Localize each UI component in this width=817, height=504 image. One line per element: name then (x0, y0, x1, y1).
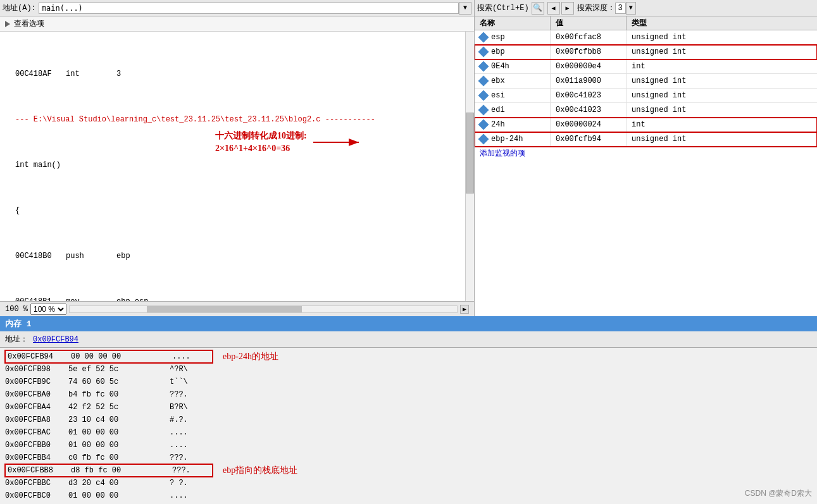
disassembly-panel: 地址(A): ▼ 查看选项 00C418AF int 3 --- E:\ (0, 0, 475, 316)
col-name: 名称 (475, 16, 551, 30)
diamond-icon (478, 90, 489, 101)
scrollbar-thumb[interactable] (466, 113, 474, 194)
watch-row-24h[interactable]: 24h 0x00000024 int (475, 118, 817, 132)
diamond-icon (478, 120, 489, 130)
code-line: { (5, 205, 469, 216)
mem-addr-label: 地址： (5, 334, 28, 345)
code-line: 00C418B0 push ebp (5, 250, 469, 262)
expand-icon[interactable] (5, 21, 10, 27)
watch-table: 名称 值 类型 esp 0x00fcfac8 unsigned int ebp (475, 16, 817, 316)
scroll-right-btn[interactable]: ▶ (460, 305, 469, 314)
watch-name-24h: 24h (475, 118, 551, 132)
mem-row-fcfb94: 0x00FCFB94 00 00 00 00 .... ebp-24h的地址 (5, 350, 812, 363)
watch-row-esi[interactable]: esi 0x00c41023 unsigned int (475, 89, 817, 103)
hscroll-thumb[interactable] (147, 306, 302, 312)
diamond-icon (478, 32, 489, 43)
code-content: 00C418AF int 3 --- E:\Visual Studio\lear… (0, 32, 474, 301)
code-line-path: --- E:\Visual Studio\learning_c\test_23.… (5, 114, 469, 125)
zoom-bar: 100 % 100 % ▶ (0, 301, 474, 316)
memory-address-bar: 地址： 0x00FCFB94 (0, 331, 817, 348)
watch-name-esi: esi (475, 89, 551, 102)
watch-row-ebp24h[interactable]: ebp-24h 0x00fcfb94 unsigned int (475, 132, 817, 147)
diamond-icon (478, 134, 489, 145)
diamond-icon (478, 105, 489, 116)
address-bar: 地址(A): ▼ (0, 0, 474, 16)
watch-name-ebp24h: ebp-24h (475, 132, 551, 146)
mem-row-fcfbbc: 0x00FCFBBC d3 20 c4 00 ? ?. (5, 477, 812, 489)
watch-row-esp[interactable]: esp 0x00fcfac8 unsigned int (475, 30, 817, 45)
zoom-value: 100 % (5, 305, 28, 314)
search-bar: 搜索(Ctrl+E) 🔍 ◀ ▶ 搜索深度： 3 ▼ (475, 0, 817, 16)
watch-row-0e4h[interactable]: 0E4h 0x000000e4 int (475, 59, 817, 74)
diamond-icon (478, 47, 489, 58)
zoom-select[interactable]: 100 % (30, 304, 66, 315)
watch-row-ebx[interactable]: ebx 0x011a9000 unsigned int (475, 74, 817, 89)
address-dropdown[interactable]: ▼ (459, 2, 471, 15)
mem-row-fcfba0: 0x00FCFBA0 b4 fb fc 00 ???. (5, 388, 812, 401)
vertical-scrollbar[interactable] (465, 32, 474, 301)
nav-forward-button[interactable]: ▶ (561, 2, 574, 15)
diamond-icon (478, 76, 489, 87)
mem-addr-value[interactable]: 0x00FCFB94 (33, 335, 78, 344)
watch-name-ebp: ebp (475, 45, 551, 59)
mem-row-fcfb9c: 0x00FCFB9C 74 60 60 5c t``\ (5, 376, 812, 388)
mem-row-fcfb98: 0x00FCFB98 5e ef 52 5c ^?R\ (5, 363, 812, 376)
code-scroll-area[interactable]: 00C418AF int 3 --- E:\Visual Studio\lear… (0, 32, 474, 301)
mem-row-fcfba8: 0x00FCFBA8 23 10 c4 00 #.?. (5, 414, 812, 426)
memory-panel: 地址： 0x00FCFB94 0x00FCFB94 00 00 00 00 ..… (0, 331, 817, 504)
mem-row-fcfbb4: 0x00FCFBB4 c0 fb fc 00 ???. (5, 452, 812, 464)
search-button[interactable]: 🔍 (532, 2, 544, 15)
address-input[interactable] (39, 3, 459, 14)
address-label: 地址(A): (3, 3, 36, 13)
nav-back-button[interactable]: ◀ (547, 2, 560, 15)
view-options-label: 查看选项 (14, 18, 44, 29)
watch-row-edi[interactable]: edi 0x00c41023 unsigned int (475, 103, 817, 118)
depth-dropdown[interactable]: ▼ (626, 2, 636, 15)
memory-section-title: 内存 1 (0, 316, 817, 331)
depth-label: 搜索深度： (577, 3, 615, 13)
mem-row-fcfba4: 0x00FCFBA4 42 f2 52 5c B?R\ (5, 401, 812, 414)
memory-content: 0x00FCFB94 00 00 00 00 .... ebp-24h的地址 0… (0, 348, 817, 504)
col-value: 值 (551, 16, 627, 30)
watermark: CSDN @蒙奇D索大 (745, 488, 812, 499)
watch-panel: 搜索(Ctrl+E) 🔍 ◀ ▶ 搜索深度： 3 ▼ 名称 值 类型 esp 0… (475, 0, 817, 316)
add-watch-link[interactable]: 添加监视的项 (475, 147, 817, 160)
arrow-none (5, 68, 15, 80)
diamond-icon (478, 61, 489, 72)
watch-name-ebx: ebx (475, 74, 551, 88)
watch-name-0e4h: 0E4h (475, 59, 551, 73)
search-label: 搜索(Ctrl+E) (477, 3, 529, 13)
watch-row-ebp[interactable]: ebp 0x00fcfbb8 unsigned int (475, 45, 817, 59)
watch-name-edi: edi (475, 103, 551, 117)
mem-row-fcfbc0: 0x00FCFBC0 01 00 00 00 .... (5, 489, 812, 502)
code-line: 00C418AF int 3 (5, 68, 469, 80)
mem-row-fcfbac: 0x00FCFBAC 01 00 00 00 .... (5, 426, 812, 439)
depth-value: 3 (615, 3, 626, 14)
watch-header: 名称 值 类型 (475, 16, 817, 30)
mem-row-fcfbb8: 0x00FCFBB8 d8 fb fc 00 ???. ebp指向的栈底地址 (5, 464, 812, 477)
code-line: int main() (5, 159, 469, 171)
col-type: 类型 (627, 16, 817, 30)
code-line: 00C418B1 mov ebp,esp (5, 296, 469, 301)
watch-name-esp: esp (475, 30, 551, 44)
mem-row-fcfbb0: 0x00FCFBB0 01 00 00 00 .... (5, 439, 812, 452)
horizontal-scrollbar[interactable] (69, 305, 458, 313)
